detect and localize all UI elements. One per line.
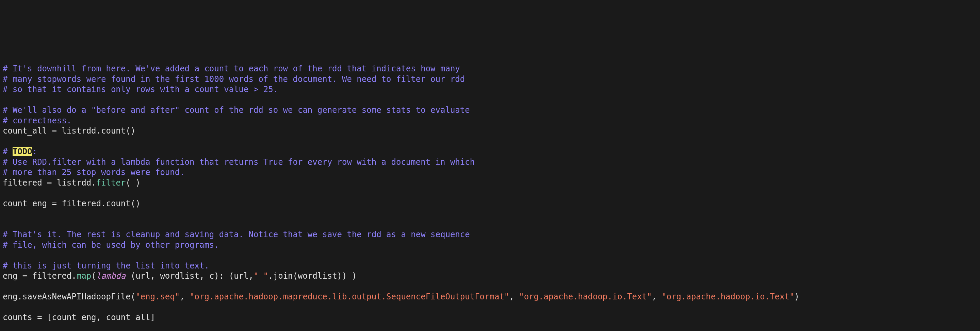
- code-text: counts: [3, 313, 37, 322]
- string-literal: "org.apache.hadoop.mapreduce.lib.output.…: [189, 292, 509, 301]
- method-call: filter: [96, 178, 126, 188]
- todo-tag: TODO: [13, 147, 32, 156]
- keyword-lambda: lambda: [96, 271, 126, 281]
- code-text: ,: [509, 292, 519, 301]
- comment-line: # more than 25 stop words were found.: [3, 168, 185, 177]
- operator: =: [47, 178, 52, 188]
- code-text: ): [794, 292, 799, 301]
- code-text: filtered.count(): [57, 199, 140, 208]
- comment-line: # file, which can be used by other progr…: [3, 240, 219, 250]
- comment-line: # We'll also do a "before and after" cou…: [3, 105, 470, 115]
- string-literal: "org.apache.hadoop.io.Text": [662, 292, 794, 301]
- code-text: count_eng: [3, 199, 52, 208]
- code-text: filtered.: [27, 271, 76, 281]
- code-text: ,: [180, 292, 189, 301]
- comment-line: # It's downhill from here. We've added a…: [3, 64, 460, 73]
- code-text: ( ): [126, 178, 140, 188]
- editor-viewport[interactable]: # It's downhill from here. We've added a…: [0, 52, 980, 331]
- code-text: eng.saveAsNewAPIHadoopFile(: [3, 292, 135, 301]
- operator: =: [52, 199, 57, 208]
- code-text: [count_eng, count_all]: [42, 313, 155, 322]
- string-literal: " ": [253, 271, 268, 281]
- code-text: filtered: [3, 178, 47, 188]
- code-text: listrdd.: [52, 178, 96, 188]
- code-text: count_all: [3, 126, 52, 136]
- operator: =: [37, 313, 42, 322]
- comment-line: # this is just turning the list into tex…: [3, 261, 209, 271]
- code-text: (: [91, 271, 96, 281]
- code-text: (url, wordlist, c): (url,: [126, 271, 253, 281]
- comment-line: # correctness.: [3, 116, 72, 125]
- code-text: listrdd.count(): [57, 126, 135, 136]
- comment-line: # That's it. The rest is cleanup and sav…: [3, 230, 470, 239]
- comment-line: # so that it contains only rows with a c…: [3, 85, 278, 94]
- string-literal: "org.apache.hadoop.io.Text": [519, 292, 652, 301]
- code-text: eng: [3, 271, 22, 281]
- comment-line: # Use RDD.filter with a lambda function …: [3, 157, 475, 167]
- operator: =: [52, 126, 57, 136]
- code-text: ,: [652, 292, 662, 301]
- comment-colon: :: [32, 147, 37, 156]
- string-literal: "eng.seq": [135, 292, 180, 301]
- operator: =: [22, 271, 27, 281]
- method-call: map: [76, 271, 91, 281]
- comment-hash: #: [3, 147, 13, 156]
- comment-line: # many stopwords were found in the first…: [3, 74, 465, 84]
- code-text: .join(wordlist)) ): [268, 271, 356, 281]
